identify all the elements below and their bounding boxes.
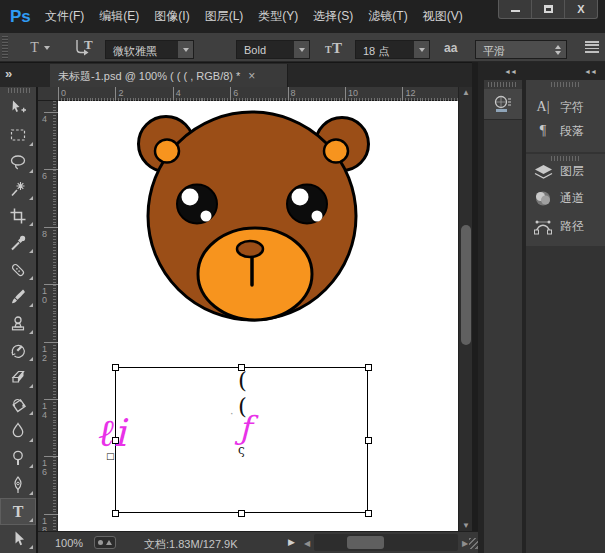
tool-preset-picker[interactable]: T	[22, 38, 58, 57]
panel-tab-paragraph[interactable]: ¶ 段落	[526, 117, 605, 145]
transform-handle[interactable]	[365, 437, 372, 444]
document-info: 文档:1.83M/127.9K	[144, 537, 238, 552]
photoshop-logo: Ps	[10, 7, 31, 27]
horizontal-scroll-thumb[interactable]	[347, 536, 384, 549]
magic-wand-tool[interactable]	[0, 176, 36, 203]
eraser-tool[interactable]	[0, 364, 36, 391]
icon-strip-grip[interactable]	[488, 82, 518, 87]
panel-group-layers: 图层 通道	[526, 154, 605, 246]
horizontal-scrollbar[interactable]	[314, 534, 458, 551]
panel-column: A| 字符 ¶ 段落 图层	[526, 80, 605, 553]
text-layer-glyph: □	[106, 451, 115, 461]
menu-edit[interactable]: 编辑(E)	[99, 8, 139, 25]
maximize-button[interactable]	[532, 0, 565, 18]
menu-image[interactable]: 图像(I)	[154, 8, 189, 25]
canvas[interactable]: ℓi□((ƒς·	[58, 101, 458, 531]
panel-group-type: A| 字符 ¶ 段落	[526, 80, 605, 152]
panel-dock: ◄◄ ◄◄ A| 字符 ¶ 段	[478, 62, 605, 553]
brush-tool[interactable]	[0, 283, 36, 310]
zoom-level[interactable]: 100%	[55, 537, 83, 549]
channels-panel-icon	[526, 190, 560, 207]
layers-panel-icon	[526, 164, 560, 180]
pen-tool[interactable]	[0, 471, 36, 498]
blur-tool[interactable]	[0, 418, 36, 445]
paragraph-panel-icon: ¶	[526, 123, 560, 139]
document-tab[interactable]: 未标题-1.psd @ 100% ( ( ( , RGB/8) * ×	[50, 64, 288, 88]
type-tool-icon: T	[30, 40, 39, 56]
font-style-select[interactable]: Bold	[236, 40, 310, 59]
style-dropdown-icon	[294, 41, 309, 58]
transform-handle[interactable]	[112, 510, 119, 517]
minimize-button[interactable]	[499, 0, 532, 18]
menu-type[interactable]: 类型(Y)	[258, 8, 298, 25]
text-layer-glyph: ς	[238, 443, 245, 457]
transform-handle[interactable]	[238, 510, 245, 517]
anti-alias-icon: aa	[444, 41, 457, 55]
size-dropdown-icon	[414, 41, 429, 58]
font-family-select[interactable]: 微软雅黑	[105, 40, 194, 59]
path-selection-tool[interactable]	[0, 525, 36, 552]
crop-tool[interactable]	[0, 203, 36, 230]
panel-group-grip[interactable]	[551, 82, 581, 87]
close-button[interactable]: X	[565, 0, 597, 18]
panel-tab-layers[interactable]: 图层	[526, 158, 605, 185]
spinner-icons	[555, 45, 561, 55]
tab-close-icon[interactable]: ×	[248, 69, 255, 83]
menu-file[interactable]: 文件(F)	[45, 8, 84, 25]
clone-stamp-tool[interactable]	[0, 310, 36, 337]
dodge-tool[interactable]	[0, 445, 36, 472]
properties-panel-icon[interactable]	[484, 89, 522, 120]
history-brush-tool[interactable]	[0, 337, 36, 364]
font-size-select[interactable]: 18 点	[355, 40, 430, 59]
vertical-scroll-thumb[interactable]	[461, 225, 471, 345]
svg-text:T: T	[84, 37, 93, 52]
status-flyout-icon[interactable]: ▶	[288, 537, 295, 547]
collapse-panels[interactable]: ◄◄	[584, 68, 596, 75]
panel-tab-channels[interactable]: 通道	[526, 185, 605, 212]
transform-handle[interactable]	[365, 510, 372, 517]
scroll-up-icon[interactable]: ▲	[462, 88, 470, 97]
collapse-icon-strip[interactable]: ◄◄	[504, 68, 516, 75]
text-orientation-icon[interactable]: T	[72, 37, 96, 58]
titlebar: Ps 文件(F) 编辑(E) 图像(I) 图层(L) 类型(Y) 选择(S) 滤…	[0, 0, 605, 33]
menubar: 文件(F) 编辑(E) 图像(I) 图层(L) 类型(Y) 选择(S) 滤镜(T…	[45, 0, 463, 33]
menu-select[interactable]: 选择(S)	[313, 8, 353, 25]
vertical-scrollbar[interactable]: ▲ ▼	[458, 87, 472, 531]
lasso-tool[interactable]	[0, 149, 36, 176]
svg-text:T: T	[332, 40, 342, 56]
photoshop-window: Ps 文件(F) 编辑(E) 图像(I) 图层(L) 类型(Y) 选择(S) 滤…	[0, 0, 605, 553]
vertical-ruler: 4681012141618	[38, 101, 58, 531]
toolbar-grip[interactable]	[8, 88, 30, 93]
maximize-icon	[544, 5, 553, 13]
transform-handle[interactable]	[365, 364, 372, 371]
paint-bucket-tool[interactable]	[0, 391, 36, 418]
healing-brush-tool[interactable]	[0, 256, 36, 283]
minimize-icon	[511, 10, 520, 12]
tab-bar: » 未标题-1.psd @ 100% ( ( ( , RGB/8) * ×	[0, 62, 478, 87]
chevron-down-icon	[44, 46, 50, 50]
resize-grip[interactable]	[469, 538, 478, 549]
scroll-left-icon[interactable]: ◀	[304, 539, 310, 548]
anti-alias-select[interactable]: 平滑	[475, 40, 567, 59]
menu-filter[interactable]: 滤镜(T)	[368, 8, 407, 25]
marquee-tool[interactable]	[0, 122, 36, 149]
adobe-drive-icon[interactable]	[94, 536, 116, 549]
type-tool[interactable]: T	[0, 498, 36, 525]
scroll-right-icon[interactable]: ▶	[462, 539, 468, 548]
options-bar-grip[interactable]	[2, 36, 8, 59]
status-bar: 100% 文档:1.83M/127.9K ▶ ◀ ▶	[38, 531, 478, 553]
options-bar: T T 微软雅黑 Bold T T 18 点 aa 平滑	[0, 33, 605, 62]
scroll-down-icon[interactable]: ▼	[462, 521, 470, 530]
horizontal-ruler: 024681012	[38, 87, 458, 101]
expand-panels-icon[interactable]: »	[5, 66, 10, 81]
panel-menu-icon[interactable]	[585, 41, 599, 54]
menu-layer[interactable]: 图层(L)	[205, 8, 244, 25]
svg-text:T: T	[325, 44, 332, 55]
menu-view[interactable]: 视图(V)	[423, 8, 463, 25]
text-layer-glyph: (	[238, 367, 247, 393]
transform-handle[interactable]	[112, 364, 119, 371]
eyedropper-tool[interactable]	[0, 229, 36, 256]
panel-tab-paths[interactable]: 路径	[526, 213, 605, 240]
move-tool[interactable]	[0, 95, 36, 122]
font-dropdown-icon	[178, 41, 193, 58]
